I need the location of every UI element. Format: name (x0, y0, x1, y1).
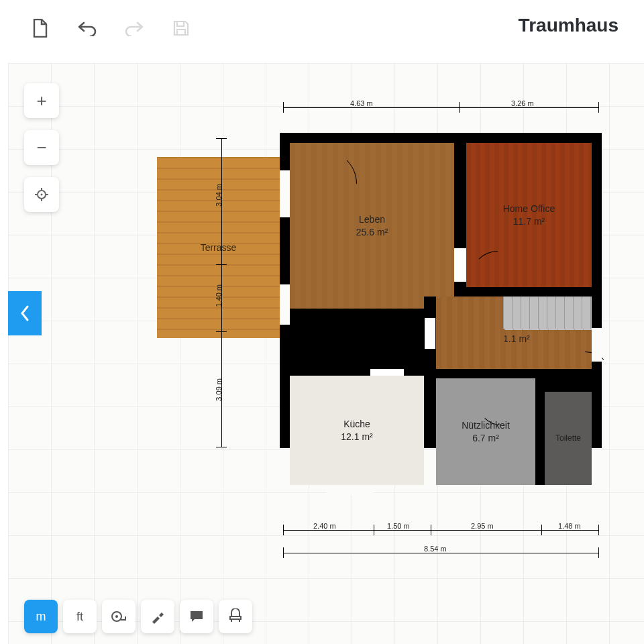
room-toilet[interactable]: Toilette (545, 392, 592, 485)
window (327, 485, 374, 495)
dim-tick (459, 102, 460, 113)
label: ft (76, 610, 83, 624)
dim-tick (283, 547, 284, 558)
dim-tick (598, 102, 599, 113)
dim-line (283, 107, 598, 108)
dim-label: 2.95 m (471, 522, 494, 530)
room-kitchen[interactable]: Küche 12.1 m² (290, 376, 424, 485)
undo-button[interactable] (74, 15, 101, 42)
window (280, 170, 290, 217)
room-label: Terrasse (201, 242, 237, 253)
floor-plan[interactable]: Terrasse Leben 25.6 m² Home Office 11.7 … (8, 63, 644, 644)
room-label: Nützlichkeit (462, 419, 510, 431)
measure-button[interactable] (102, 600, 136, 633)
room-area: 12.1 m² (341, 431, 372, 443)
room-living[interactable]: Leben 25.6 m² (290, 143, 454, 309)
dim-label: 3.26 m (511, 99, 534, 107)
dim-tick (283, 102, 284, 113)
room-area: 11.7 m² (513, 215, 545, 227)
chair-icon (227, 608, 244, 625)
room-label: Leben (359, 213, 385, 225)
dim-label: 1.50 m (387, 522, 410, 530)
hammer-icon (150, 608, 166, 625)
svg-point-3 (115, 615, 118, 618)
dim-label: 1.40 m (215, 284, 223, 307)
room-area: 25.6 m² (356, 226, 388, 238)
stairs[interactable] (503, 297, 592, 329)
dim-tick (216, 264, 227, 265)
window (280, 284, 290, 325)
new-file-button[interactable] (27, 15, 54, 42)
undo-icon (77, 20, 97, 36)
dim-tick (431, 525, 431, 535)
comment-button[interactable] (180, 600, 213, 633)
dim-label: 3.04 m (215, 184, 223, 207)
room-area: 6.7 m² (472, 432, 499, 444)
project-title[interactable]: Traumhaus (519, 15, 619, 36)
canvas[interactable]: + − Terrasse Leben 25.6 m² Home Office 1… (8, 63, 644, 644)
window (592, 328, 602, 362)
opening (370, 369, 404, 376)
wall (545, 378, 592, 392)
dim-tick (374, 525, 374, 535)
room-label: Küche (343, 418, 370, 430)
units-metric-button[interactable]: m (24, 600, 58, 633)
dim-tick (216, 331, 227, 332)
dim-label: 8.54 m (424, 545, 447, 553)
dim-label: 1.48 m (558, 522, 581, 530)
dim-tick (216, 138, 227, 139)
tape-icon (111, 608, 127, 625)
dim-line (283, 530, 598, 531)
bottom-toolbar: m ft (24, 600, 252, 633)
dim-tick (283, 525, 284, 535)
opening (454, 248, 466, 282)
wall (290, 369, 436, 376)
room-utility[interactable]: Nützlichkeit 6.7 m² (436, 378, 535, 485)
build-button[interactable] (141, 600, 174, 633)
furniture-button[interactable] (219, 600, 252, 633)
top-toolbar: Traumhaus (0, 0, 644, 56)
wall (454, 287, 592, 297)
redo-button[interactable] (121, 15, 148, 42)
opening (425, 318, 435, 349)
dim-label: 2.40 m (313, 522, 336, 530)
wall (436, 369, 592, 378)
save-button[interactable] (168, 15, 195, 42)
units-imperial-button[interactable]: ft (63, 600, 97, 633)
dim-tick (541, 525, 542, 535)
dim-tick (598, 547, 599, 558)
save-icon (172, 19, 190, 37)
room-label: Home Office (503, 203, 555, 215)
wall (535, 378, 545, 485)
dim-label: 4.63 m (350, 99, 373, 107)
dim-tick (216, 447, 227, 447)
comment-icon (189, 608, 205, 625)
label: m (36, 610, 46, 624)
redo-icon (124, 20, 144, 36)
room-label: Toilette (555, 433, 581, 444)
dim-tick (598, 525, 599, 535)
file-icon (32, 19, 48, 38)
dim-label: 3.09 m (215, 378, 223, 401)
room-hall-extend (436, 318, 504, 369)
dim-line (283, 553, 598, 553)
